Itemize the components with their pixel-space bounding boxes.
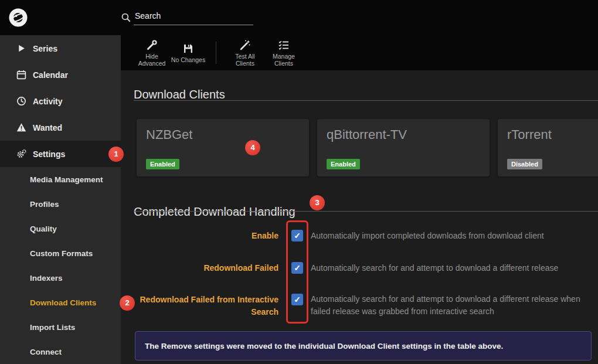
search-input[interactable] (134, 7, 253, 25)
sidebar-item-label: Calendar (33, 70, 68, 80)
sidebar-item-series[interactable]: Series (0, 35, 121, 62)
section-divider (134, 100, 598, 101)
search-icon (121, 12, 131, 22)
toolbar-button-label: Manage Clients (273, 53, 295, 67)
annotation-marker-3: 3 (310, 195, 325, 210)
sidebar-child-label: Indexers (30, 274, 63, 283)
hide-advanced-button[interactable]: Hide Advanced (134, 39, 170, 67)
sidebar-child-label: Download Clients (30, 298, 96, 307)
client-name: NZBGet (146, 127, 192, 142)
page-toolbar: Hide Advanced No Changes Test All Client… (121, 35, 598, 70)
sidebar-item-calendar[interactable]: Calendar (0, 62, 121, 88)
enable-help-text: Automatically import completed downloads… (311, 230, 591, 242)
client-card-rtorrent[interactable]: rTorrent Disabled (498, 119, 598, 176)
play-icon (16, 43, 26, 53)
sidebar: Series Calendar Activity Wanted Settings (0, 35, 121, 364)
sidebar-item-label: Settings (33, 149, 65, 159)
toolbar-button-label: Test All Clients (235, 53, 254, 67)
sidebar-item-media-management[interactable]: Media Management (0, 167, 121, 192)
app-window: Series Calendar Activity Wanted Settings (0, 0, 598, 364)
sidebar-item-indexers[interactable]: Indexers (0, 266, 121, 290)
top-bar (0, 0, 598, 35)
list-check-icon (278, 39, 290, 51)
test-all-clients-button[interactable]: Test All Clients (226, 39, 264, 67)
no-changes-button[interactable]: No Changes (170, 43, 206, 63)
redownload-failed-help-text: Automatically search for and attempt to … (311, 262, 591, 274)
toolbar-button-label: No Changes (171, 56, 205, 63)
sidebar-child-label: Profiles (30, 200, 59, 209)
status-badge: Enabled (327, 159, 360, 169)
client-name: qBittorrent-TV (327, 127, 407, 142)
sidebar-child-label: Import Lists (30, 323, 75, 332)
redownload-failed-interactive-help-text: Automatically search for and attempt to … (311, 293, 591, 317)
sidebar-item-label: Wanted (33, 123, 62, 132)
gears-icon (16, 149, 26, 159)
sidebar-item-custom-formats[interactable]: Custom Formats (0, 241, 121, 266)
sidebar-item-activity[interactable]: Activity (0, 88, 121, 114)
sidebar-item-label: Series (33, 44, 57, 53)
client-card-qbittorrent-tv[interactable]: qBittorrent-TV Enabled (317, 119, 490, 176)
client-card-nzbget[interactable]: NZBGet Enabled (137, 119, 309, 176)
client-name: rTorrent (507, 127, 552, 142)
sidebar-item-label: Activity (33, 97, 63, 106)
settings-content: Download Clients NZBGet Enabled qBittorr… (121, 70, 598, 364)
section-divider (134, 211, 598, 212)
download-clients-title: Download Clients (134, 88, 225, 101)
completed-download-handling-title: Completed Download Handling (134, 205, 295, 219)
red-highlight-box (286, 220, 308, 324)
sidebar-child-label: Connect (30, 348, 62, 356)
annotation-marker-1: 1 (108, 147, 124, 162)
toolbar-button-label: Hide Advanced (138, 53, 166, 67)
warning-triangle-icon (16, 123, 26, 132)
sidebar-child-label: Custom Formats (30, 249, 93, 258)
sidebar-child-label: Media Management (30, 175, 103, 184)
download-client-cards: NZBGet Enabled qBittorrent-TV Enabled rT… (137, 119, 598, 176)
sidebar-item-import-lists[interactable]: Import Lists (0, 315, 121, 339)
toolbar-separator (216, 42, 216, 64)
sidebar-child-label: Quality (30, 224, 57, 233)
calendar-icon (16, 70, 26, 80)
sidebar-item-connect[interactable]: Connect (0, 339, 121, 364)
wrench-icon (146, 39, 158, 51)
app-logo-icon[interactable] (8, 8, 28, 28)
save-icon (182, 43, 194, 55)
redownload-failed-label: Redownload Failed (134, 262, 278, 274)
info-alert-text: The Remove settings were moved to the in… (145, 342, 503, 351)
clock-icon (16, 96, 26, 106)
enable-label: Enable (134, 230, 278, 242)
manage-clients-button[interactable]: Manage Clients (264, 39, 303, 67)
sidebar-item-download-clients[interactable]: Download Clients (0, 290, 121, 315)
sidebar-item-settings[interactable]: Settings (0, 141, 121, 167)
redownload-failed-interactive-label: Redownload Failed from Interactive Searc… (134, 294, 278, 318)
annotation-marker-4: 4 (245, 140, 260, 155)
sidebar-item-wanted[interactable]: Wanted (0, 114, 121, 141)
sidebar-item-quality[interactable]: Quality (0, 216, 121, 241)
info-alert: The Remove settings were moved to the in… (135, 331, 592, 360)
annotation-marker-2: 2 (120, 295, 135, 311)
sidebar-item-profiles[interactable]: Profiles (0, 192, 121, 216)
wand-icon (239, 39, 251, 51)
status-badge: Disabled (507, 159, 542, 169)
status-badge: Enabled (146, 159, 179, 169)
